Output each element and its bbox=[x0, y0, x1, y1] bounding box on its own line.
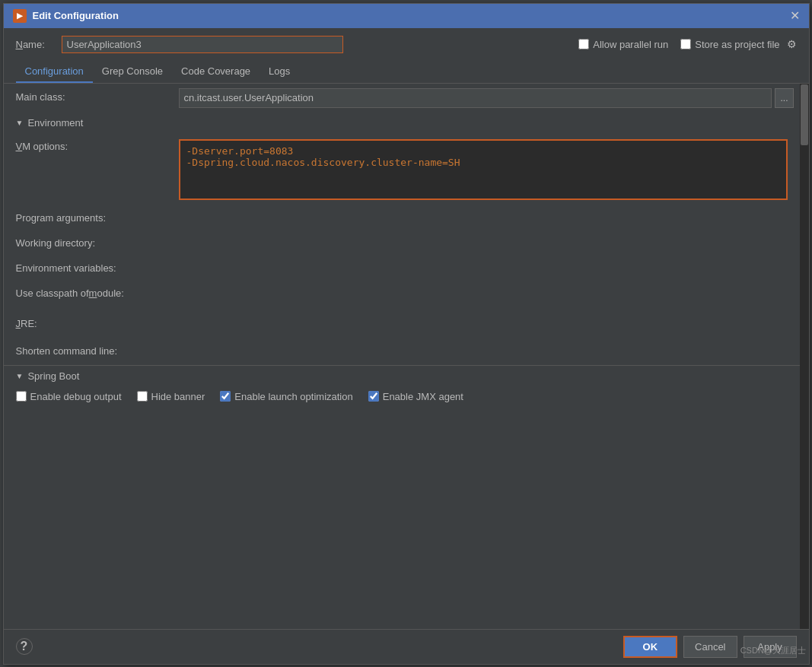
tab-code-coverage[interactable]: Code Coverage bbox=[172, 61, 260, 83]
watermark: CSDN@天涯居士 bbox=[740, 645, 806, 656]
app-icon: ▶ bbox=[13, 9, 27, 23]
allow-parallel-run-item: Allow parallel run bbox=[578, 39, 668, 50]
title-bar: ▶ Edit Configuration ✕ bbox=[4, 4, 809, 28]
store-as-project-file-checkbox[interactable] bbox=[680, 39, 691, 49]
store-as-project-file-item: Store as project file ⚙ bbox=[680, 38, 796, 50]
name-input[interactable] bbox=[62, 36, 343, 53]
jre-cell bbox=[179, 310, 800, 338]
enable-jmx-label: Enable JMX agent bbox=[383, 391, 463, 402]
hide-banner-checkbox[interactable] bbox=[137, 391, 148, 402]
main-class-label: Main class: bbox=[4, 84, 179, 113]
spring-boot-arrow: ▼ bbox=[16, 372, 24, 380]
spring-boot-label: Spring Boot bbox=[27, 370, 79, 382]
program-args-label: Program arguments: bbox=[4, 205, 179, 230]
environment-label: Environment bbox=[27, 117, 83, 129]
dialog-title: Edit Configuration bbox=[33, 10, 119, 21]
spring-boot-section-header[interactable]: ▼ Spring Boot bbox=[4, 366, 800, 386]
scrollbar-thumb[interactable] bbox=[801, 84, 808, 145]
hide-banner-label: Hide banner bbox=[151, 391, 205, 402]
classpath-grid: Use classpath of module: bbox=[4, 280, 800, 310]
env-vars-grid: Environment variables: bbox=[4, 255, 800, 280]
tab-configuration[interactable]: Configuration bbox=[16, 61, 93, 83]
enable-launch-item: Enable launch optimization bbox=[220, 391, 352, 402]
shorten-cmd-cell bbox=[179, 338, 800, 365]
enable-debug-item: Enable debug output bbox=[16, 391, 122, 402]
jre-grid: JRE: bbox=[4, 310, 800, 338]
enable-jmx-checkbox[interactable] bbox=[368, 391, 379, 402]
shorten-cmd-label: Shorten command line: bbox=[4, 338, 179, 365]
allow-parallel-run-label: Allow parallel run bbox=[593, 39, 668, 50]
main-class-input[interactable] bbox=[179, 88, 772, 108]
program-args-cell bbox=[179, 205, 800, 230]
tabs-bar: Configuration Grep Console Code Coverage… bbox=[4, 61, 809, 84]
form-grid: Main class: ... bbox=[4, 84, 800, 113]
working-dir-label: Working directory: bbox=[4, 230, 179, 255]
enable-debug-label: Enable debug output bbox=[30, 391, 122, 402]
enable-debug-checkbox[interactable] bbox=[16, 391, 27, 402]
header-checkboxes: Allow parallel run Store as project file… bbox=[578, 38, 796, 50]
enable-launch-label: Enable launch optimization bbox=[234, 391, 352, 402]
vm-options-cell: -Dserver.port=8083 -Dspring.cloud.nacos.… bbox=[179, 133, 800, 205]
program-args-grid: Program arguments: bbox=[4, 205, 800, 230]
name-row: Name: Allow parallel run Store as projec… bbox=[4, 28, 809, 61]
env-vars-cell bbox=[179, 255, 800, 280]
main-panel: Main class: ... ▼ Environment VM options… bbox=[4, 84, 800, 629]
enable-jmx-item: Enable JMX agent bbox=[368, 391, 463, 402]
bottom-bar: ? OK Cancel Apply bbox=[4, 629, 809, 664]
edit-configuration-dialog: ▶ Edit Configuration ✕ Name: Allow paral… bbox=[3, 3, 810, 665]
environment-section-header[interactable]: ▼ Environment bbox=[4, 113, 800, 133]
spring-boot-checkboxes: Enable debug output Hide banner Enable l… bbox=[4, 386, 800, 407]
vm-options-textarea[interactable]: -Dserver.port=8083 -Dspring.cloud.nacos.… bbox=[179, 139, 788, 200]
cancel-button[interactable]: Cancel bbox=[683, 636, 737, 658]
allow-parallel-run-checkbox[interactable] bbox=[578, 39, 589, 49]
tab-grep-console[interactable]: Grep Console bbox=[93, 61, 172, 83]
working-dir-grid: Working directory: bbox=[4, 230, 800, 255]
store-as-project-file-label: Store as project file bbox=[695, 39, 779, 50]
dialog-body: Name: Allow parallel run Store as projec… bbox=[4, 28, 809, 664]
browse-button[interactable]: ... bbox=[775, 88, 793, 108]
ok-button[interactable]: OK bbox=[623, 636, 678, 658]
environment-arrow: ▼ bbox=[16, 119, 24, 127]
gear-icon[interactable]: ⚙ bbox=[787, 38, 797, 50]
classpath-label: Use classpath of module: bbox=[4, 280, 179, 310]
enable-launch-checkbox[interactable] bbox=[220, 391, 231, 402]
scrollbar-track bbox=[800, 84, 809, 629]
main-class-value-cell: ... bbox=[179, 84, 800, 113]
tab-logs[interactable]: Logs bbox=[260, 61, 299, 83]
classpath-cell bbox=[179, 280, 800, 310]
hide-banner-item: Hide banner bbox=[137, 391, 205, 402]
vm-options-grid: VM options: -Dserver.port=8083 -Dspring.… bbox=[4, 133, 800, 205]
jre-label: JRE: bbox=[4, 310, 179, 338]
help-button[interactable]: ? bbox=[16, 638, 33, 655]
title-bar-left: ▶ Edit Configuration bbox=[13, 9, 119, 23]
vm-options-label: VM options: bbox=[4, 133, 179, 205]
name-label: Name: bbox=[16, 39, 54, 50]
env-vars-label: Environment variables: bbox=[4, 255, 179, 280]
working-dir-cell bbox=[179, 230, 800, 255]
shorten-cmd-grid: Shorten command line: bbox=[4, 338, 800, 365]
close-button[interactable]: ✕ bbox=[790, 10, 800, 22]
content-area: Main class: ... ▼ Environment VM options… bbox=[4, 84, 809, 629]
